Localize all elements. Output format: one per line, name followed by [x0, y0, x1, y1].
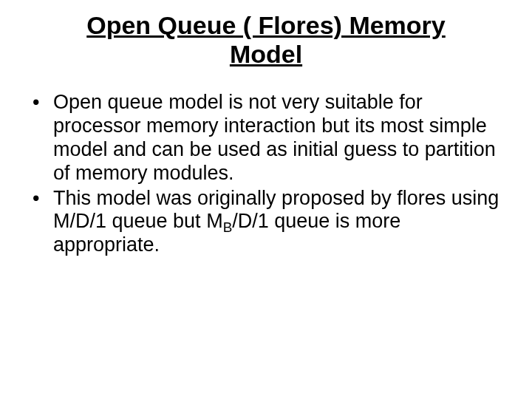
list-item: • This model was originally proposed by … — [33, 187, 510, 258]
slide-title: Open Queue ( Flores) Memory Model — [66, 11, 466, 69]
bullet-marker: • — [33, 187, 53, 258]
bullet-text: This model was originally proposed by fl… — [53, 187, 510, 258]
bullet-text: Open queue model is not very suitable fo… — [53, 91, 510, 185]
bullet-list: • Open queue model is not very suitable … — [22, 91, 510, 257]
subscript: B — [223, 220, 233, 236]
slide: Open Queue ( Flores) Memory Model • Open… — [0, 0, 532, 399]
list-item: • Open queue model is not very suitable … — [33, 91, 510, 185]
bullet-marker: • — [33, 91, 53, 185]
